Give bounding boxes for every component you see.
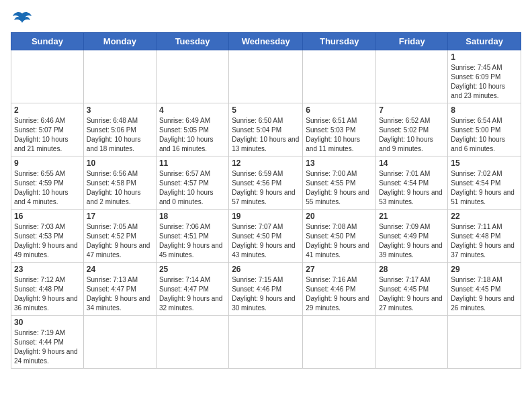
- calendar-cell: 3Sunrise: 6:48 AM Sunset: 5:06 PM Daylig…: [83, 103, 156, 156]
- day-number: 22: [451, 212, 518, 221]
- day-info: Sunrise: 7:01 AM Sunset: 4:54 PM Dayligh…: [379, 169, 445, 207]
- calendar-cell: 20Sunrise: 7:08 AM Sunset: 4:50 PM Dayli…: [303, 210, 376, 263]
- day-info: Sunrise: 7:12 AM Sunset: 4:48 PM Dayligh…: [14, 275, 81, 313]
- day-header-tuesday: Tuesday: [156, 33, 228, 50]
- day-number: 23: [14, 265, 81, 274]
- calendar-cell: [83, 316, 156, 369]
- calendar-cell: 25Sunrise: 7:14 AM Sunset: 4:47 PM Dayli…: [156, 263, 228, 316]
- day-number: 11: [159, 158, 226, 168]
- calendar-cell: 8Sunrise: 6:54 AM Sunset: 5:00 PM Daylig…: [448, 103, 521, 156]
- day-header-thursday: Thursday: [303, 33, 376, 50]
- day-number: 19: [232, 212, 300, 221]
- calendar-cell: [303, 50, 376, 103]
- calendar-cell: [376, 50, 448, 103]
- day-info: Sunrise: 6:49 AM Sunset: 5:05 PM Dayligh…: [159, 116, 226, 154]
- calendar-cell: 15Sunrise: 7:02 AM Sunset: 4:54 PM Dayli…: [448, 156, 521, 210]
- day-info: Sunrise: 7:03 AM Sunset: 4:53 PM Dayligh…: [14, 222, 81, 260]
- calendar-week-row: 23Sunrise: 7:12 AM Sunset: 4:48 PM Dayli…: [11, 263, 521, 316]
- calendar-cell: 9Sunrise: 6:55 AM Sunset: 4:59 PM Daylig…: [11, 156, 84, 210]
- day-info: Sunrise: 6:50 AM Sunset: 5:04 PM Dayligh…: [232, 116, 300, 154]
- logo-bird-icon: [13, 11, 32, 26]
- day-info: Sunrise: 7:05 AM Sunset: 4:52 PM Dayligh…: [87, 222, 153, 260]
- calendar-cell: [156, 50, 228, 103]
- calendar-cell: [376, 316, 448, 369]
- day-info: Sunrise: 7:15 AM Sunset: 4:46 PM Dayligh…: [232, 275, 300, 313]
- calendar: SundayMondayTuesdayWednesdayThursdayFrid…: [11, 32, 521, 369]
- day-info: Sunrise: 6:55 AM Sunset: 4:59 PM Dayligh…: [14, 169, 81, 207]
- day-number: 29: [451, 265, 518, 274]
- day-number: 14: [379, 158, 445, 168]
- day-info: Sunrise: 6:54 AM Sunset: 5:00 PM Dayligh…: [451, 116, 518, 154]
- day-number: 24: [87, 265, 153, 274]
- day-info: Sunrise: 7:06 AM Sunset: 4:51 PM Dayligh…: [159, 222, 226, 260]
- calendar-cell: 19Sunrise: 7:07 AM Sunset: 4:50 PM Dayli…: [229, 210, 303, 263]
- day-number: 17: [87, 212, 153, 221]
- day-info: Sunrise: 7:45 AM Sunset: 6:09 PM Dayligh…: [451, 63, 518, 101]
- day-number: 13: [306, 158, 373, 168]
- day-number: 10: [87, 158, 153, 168]
- calendar-cell: [229, 316, 303, 369]
- calendar-cell: 22Sunrise: 7:11 AM Sunset: 4:48 PM Dayli…: [448, 210, 521, 263]
- day-info: Sunrise: 7:14 AM Sunset: 4:47 PM Dayligh…: [159, 275, 226, 313]
- day-info: Sunrise: 7:09 AM Sunset: 4:49 PM Dayligh…: [379, 222, 445, 260]
- calendar-cell: 27Sunrise: 7:16 AM Sunset: 4:46 PM Dayli…: [303, 263, 376, 316]
- day-info: Sunrise: 7:17 AM Sunset: 4:45 PM Dayligh…: [379, 275, 445, 313]
- calendar-week-row: 1Sunrise: 7:45 AM Sunset: 6:09 PM Daylig…: [11, 50, 521, 103]
- calendar-week-row: 30Sunrise: 7:19 AM Sunset: 4:44 PM Dayli…: [11, 316, 521, 369]
- calendar-cell: 23Sunrise: 7:12 AM Sunset: 4:48 PM Dayli…: [11, 263, 84, 316]
- day-info: Sunrise: 6:59 AM Sunset: 4:56 PM Dayligh…: [232, 169, 300, 207]
- day-number: 9: [14, 158, 81, 168]
- day-number: 4: [159, 105, 226, 115]
- day-number: 1: [451, 52, 518, 62]
- day-number: 25: [159, 265, 226, 274]
- day-number: 26: [232, 265, 300, 274]
- day-number: 15: [451, 158, 518, 168]
- calendar-cell: 29Sunrise: 7:18 AM Sunset: 4:45 PM Dayli…: [448, 263, 521, 316]
- day-info: Sunrise: 6:56 AM Sunset: 4:58 PM Dayligh…: [87, 169, 153, 207]
- header: [11, 11, 521, 26]
- calendar-cell: [229, 50, 303, 103]
- day-info: Sunrise: 6:51 AM Sunset: 5:03 PM Dayligh…: [306, 116, 373, 154]
- calendar-cell: 2Sunrise: 6:46 AM Sunset: 5:07 PM Daylig…: [11, 103, 84, 156]
- day-info: Sunrise: 6:57 AM Sunset: 4:57 PM Dayligh…: [159, 169, 226, 207]
- day-number: 21: [379, 212, 445, 221]
- day-info: Sunrise: 7:07 AM Sunset: 4:50 PM Dayligh…: [232, 222, 300, 260]
- day-number: 16: [14, 212, 81, 221]
- day-header-wednesday: Wednesday: [229, 33, 303, 50]
- day-info: Sunrise: 7:13 AM Sunset: 4:47 PM Dayligh…: [87, 275, 153, 313]
- day-header-sunday: Sunday: [11, 33, 84, 50]
- calendar-cell: 30Sunrise: 7:19 AM Sunset: 4:44 PM Dayli…: [11, 316, 84, 369]
- calendar-cell: 10Sunrise: 6:56 AM Sunset: 4:58 PM Dayli…: [83, 156, 156, 210]
- day-info: Sunrise: 7:02 AM Sunset: 4:54 PM Dayligh…: [451, 169, 518, 207]
- day-info: Sunrise: 7:08 AM Sunset: 4:50 PM Dayligh…: [306, 222, 373, 260]
- calendar-header-row: SundayMondayTuesdayWednesdayThursdayFrid…: [11, 33, 521, 50]
- day-number: 20: [306, 212, 373, 221]
- day-number: 6: [306, 105, 373, 115]
- day-number: 2: [14, 105, 81, 115]
- calendar-week-row: 2Sunrise: 6:46 AM Sunset: 5:07 PM Daylig…: [11, 103, 521, 156]
- calendar-cell: 13Sunrise: 7:00 AM Sunset: 4:55 PM Dayli…: [303, 156, 376, 210]
- calendar-cell: [156, 316, 228, 369]
- calendar-cell: 24Sunrise: 7:13 AM Sunset: 4:47 PM Dayli…: [83, 263, 156, 316]
- day-number: 7: [379, 105, 445, 115]
- day-info: Sunrise: 6:46 AM Sunset: 5:07 PM Dayligh…: [14, 116, 81, 154]
- day-info: Sunrise: 7:19 AM Sunset: 4:44 PM Dayligh…: [14, 328, 81, 366]
- calendar-cell: [83, 50, 156, 103]
- day-info: Sunrise: 7:18 AM Sunset: 4:45 PM Dayligh…: [451, 275, 518, 313]
- calendar-cell: 14Sunrise: 7:01 AM Sunset: 4:54 PM Dayli…: [376, 156, 448, 210]
- day-info: Sunrise: 6:48 AM Sunset: 5:06 PM Dayligh…: [87, 116, 153, 154]
- day-number: 5: [232, 105, 300, 115]
- calendar-cell: 4Sunrise: 6:49 AM Sunset: 5:05 PM Daylig…: [156, 103, 228, 156]
- day-number: 30: [14, 318, 81, 327]
- calendar-week-row: 9Sunrise: 6:55 AM Sunset: 4:59 PM Daylig…: [11, 156, 521, 210]
- calendar-cell: 21Sunrise: 7:09 AM Sunset: 4:49 PM Dayli…: [376, 210, 448, 263]
- calendar-cell: 7Sunrise: 6:52 AM Sunset: 5:02 PM Daylig…: [376, 103, 448, 156]
- day-info: Sunrise: 7:11 AM Sunset: 4:48 PM Dayligh…: [451, 222, 518, 260]
- day-number: 18: [159, 212, 226, 221]
- calendar-cell: 6Sunrise: 6:51 AM Sunset: 5:03 PM Daylig…: [303, 103, 376, 156]
- day-info: Sunrise: 7:00 AM Sunset: 4:55 PM Dayligh…: [306, 169, 373, 207]
- calendar-cell: 26Sunrise: 7:15 AM Sunset: 4:46 PM Dayli…: [229, 263, 303, 316]
- day-number: 27: [306, 265, 373, 274]
- calendar-cell: [303, 316, 376, 369]
- calendar-cell: 1Sunrise: 7:45 AM Sunset: 6:09 PM Daylig…: [448, 50, 521, 103]
